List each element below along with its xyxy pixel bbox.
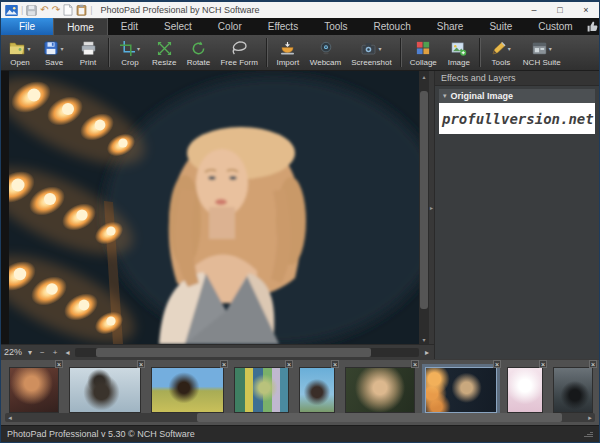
main-area: ▴ ▾ ▸ 22% ▾ − + ◂ ▸ Effects and Layers ▾… xyxy=(1,71,599,359)
menu-tab-suite[interactable]: Suite xyxy=(476,18,525,35)
thumb-9-close-icon[interactable]: × xyxy=(589,360,597,368)
like-icon[interactable] xyxy=(586,20,599,33)
menu-tab-tools[interactable]: Tools xyxy=(311,18,360,35)
menu-tab-file[interactable]: File xyxy=(1,18,53,35)
zoom-out-button[interactable]: − xyxy=(38,348,47,357)
layer-original-image[interactable]: ▾ Original Image xyxy=(439,89,595,103)
thumb-4-close-icon[interactable]: × xyxy=(285,360,293,368)
import-label: Import xyxy=(276,58,299,67)
photo-canvas[interactable] xyxy=(9,71,419,344)
menu-tab-retouch[interactable]: Retouch xyxy=(361,18,424,35)
free-form-label: Free Form xyxy=(220,58,257,67)
qat-separator: | xyxy=(21,5,23,15)
menu-tab-color[interactable]: Color xyxy=(205,18,255,35)
thumb-4[interactable]: × xyxy=(234,367,289,413)
menu-tab-select[interactable]: Select xyxy=(151,18,205,35)
filmstrip-scroll-right-icon[interactable]: ▸ xyxy=(585,414,595,422)
thumb-5[interactable]: × xyxy=(299,367,335,413)
splitter-collapse-icon[interactable]: ▸ xyxy=(430,204,433,211)
open-dropdown-icon[interactable]: ▾ xyxy=(27,45,30,52)
nch-suite-dropdown-icon[interactable]: ▾ xyxy=(549,45,552,52)
webcam-button[interactable]: Webcam xyxy=(305,35,346,70)
resize-button[interactable]: Resize xyxy=(147,35,181,70)
thumb-8-image[interactable] xyxy=(507,367,543,413)
collage-button[interactable]: Collage xyxy=(405,35,442,70)
filmstrip-scroll-left-icon[interactable]: ◂ xyxy=(5,414,15,422)
layer-chevron-icon[interactable]: ▾ xyxy=(443,92,447,100)
free-form-icon xyxy=(231,41,247,55)
print-label: Print xyxy=(80,58,96,67)
screenshot-dropdown-icon[interactable]: ▾ xyxy=(378,45,381,52)
open-label: Open xyxy=(10,58,30,67)
thumb-7-close-icon[interactable]: × xyxy=(493,360,501,368)
screenshot-button[interactable]: ▾ Screenshot xyxy=(346,35,396,70)
resize-grip[interactable] xyxy=(584,432,593,437)
crop-button[interactable]: ▾ Crop xyxy=(113,35,147,70)
import-button[interactable]: Import xyxy=(271,35,305,70)
thumb-1-image[interactable] xyxy=(9,367,59,413)
menu-tab-home[interactable]: Home xyxy=(53,18,108,35)
zoom-in-button[interactable]: + xyxy=(51,348,60,357)
zoom-dropdown-icon[interactable]: ▾ xyxy=(26,348,34,357)
thumb-3-close-icon[interactable]: × xyxy=(220,360,228,368)
app-logo-icon xyxy=(5,5,18,16)
tools-button[interactable]: ▾ Tools xyxy=(484,35,518,70)
resize-label: Resize xyxy=(152,58,176,67)
thumb-9[interactable]: × xyxy=(553,367,593,413)
minimize-button[interactable]: – xyxy=(521,2,547,18)
zoom-level: 22% xyxy=(4,347,22,357)
vertical-scroll-thumb[interactable] xyxy=(420,91,428,309)
save-button[interactable]: ▾ Save xyxy=(37,35,71,70)
scroll-down-icon[interactable]: ▾ xyxy=(422,334,425,344)
thumb-2-image[interactable] xyxy=(69,367,141,413)
canvas-horizontal-scrollbar[interactable] xyxy=(75,348,419,357)
free-form-button[interactable]: Free Form xyxy=(215,35,262,70)
paste-icon[interactable] xyxy=(76,4,87,16)
thumb-3[interactable]: × xyxy=(151,367,224,413)
thumb-8[interactable]: × xyxy=(507,367,543,413)
toolbar-separator xyxy=(266,38,268,67)
hscroll-left-icon[interactable]: ◂ xyxy=(63,348,71,357)
thumb-7-image[interactable] xyxy=(425,367,497,413)
thumb-8-close-icon[interactable]: × xyxy=(539,360,547,368)
filmstrip-scroll-thumb[interactable] xyxy=(197,413,562,422)
horizontal-scroll-thumb[interactable] xyxy=(96,348,371,357)
save-icon[interactable] xyxy=(26,5,37,16)
thumb-4-image[interactable] xyxy=(234,367,289,413)
undo-icon[interactable]: ↶ xyxy=(40,5,48,15)
redo-icon[interactable]: ↷ xyxy=(52,5,60,15)
canvas-vertical-scrollbar[interactable]: ▴ ▾ xyxy=(419,71,429,344)
thumb-5-image[interactable] xyxy=(299,367,335,413)
thumb-1[interactable]: × xyxy=(9,367,59,413)
thumb-2-close-icon[interactable]: × xyxy=(137,360,145,368)
image-button[interactable]: Image xyxy=(442,35,476,70)
open-button[interactable]: ▾ Open xyxy=(3,35,37,70)
thumb-6-image[interactable] xyxy=(345,367,415,413)
thumb-6-close-icon[interactable]: × xyxy=(411,360,419,368)
nch-suite-button[interactable]: ▾ NCH Suite xyxy=(518,35,566,70)
scroll-up-icon[interactable]: ▴ xyxy=(422,71,425,81)
thumb-6[interactable]: × xyxy=(345,367,415,413)
print-button[interactable]: Print xyxy=(71,35,105,70)
menu-tab-share[interactable]: Share xyxy=(424,18,477,35)
thumb-3-image[interactable] xyxy=(151,367,224,413)
maximize-button[interactable]: □ xyxy=(547,2,573,18)
thumb-2[interactable]: × xyxy=(69,367,141,413)
quick-access-toolbar: | ↶ ↷ | xyxy=(1,4,96,16)
thumb-9-image[interactable] xyxy=(553,367,593,413)
crop-dropdown-icon[interactable]: ▾ xyxy=(137,45,140,52)
thumb-1-close-icon[interactable]: × xyxy=(55,360,63,368)
menu-tab-edit[interactable]: Edit xyxy=(108,18,151,35)
menu-tab-effects[interactable]: Effects xyxy=(255,18,311,35)
save-dropdown-icon[interactable]: ▾ xyxy=(60,45,63,52)
hscroll-right-icon[interactable]: ▸ xyxy=(423,348,431,357)
tools-dropdown-icon[interactable]: ▾ xyxy=(508,45,511,52)
menu-tab-custom[interactable]: Custom xyxy=(525,18,585,35)
close-button[interactable]: × xyxy=(573,2,599,18)
rotate-button[interactable]: Rotate xyxy=(181,35,215,70)
crop-icon xyxy=(120,41,135,56)
thumb-7[interactable]: × xyxy=(425,367,497,413)
thumb-5-close-icon[interactable]: × xyxy=(331,360,339,368)
filmstrip-scrollbar[interactable]: ◂ ▸ xyxy=(5,413,595,422)
new-document-icon[interactable] xyxy=(63,4,73,16)
